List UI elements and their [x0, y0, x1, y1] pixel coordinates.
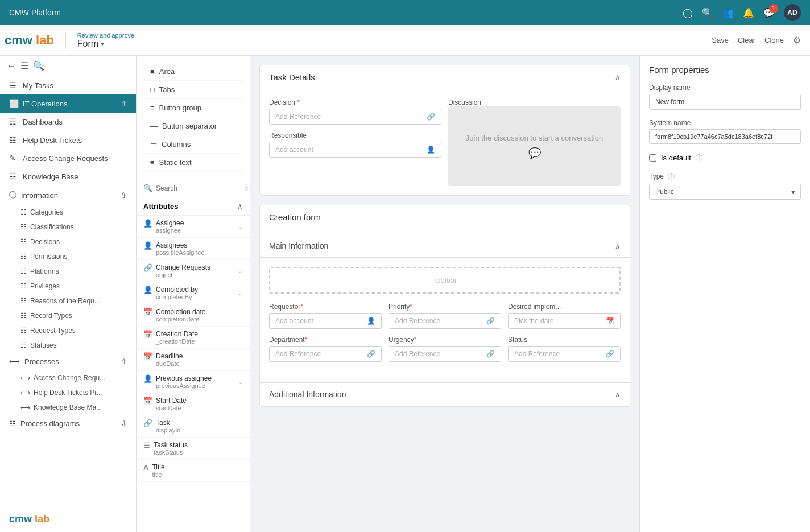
attr-item-title[interactable]: A Title title	[137, 460, 250, 482]
attr-collapse-btn[interactable]: ∧	[237, 202, 243, 211]
sidebar-child-reasons[interactable]: ☷ Reasons of the Requ...	[0, 294, 136, 308]
static-text-icon: ≡	[150, 158, 155, 167]
requestor-input[interactable]: Add account 👤	[269, 313, 382, 329]
status-label: Status	[508, 336, 621, 344]
proc-group-left: ⟷ Processes	[9, 357, 59, 366]
form-properties-panel: Form properties Display name System name…	[639, 56, 810, 532]
attr-item-task[interactable]: 🔗 Task displayId	[137, 415, 250, 438]
attr-item-assignees[interactable]: 👤 Assignees possibleAssignee	[137, 238, 250, 260]
additional-info-collapse-btn[interactable]: ∧	[615, 390, 621, 399]
page-title-area: Form ▾	[77, 39, 134, 49]
requestor-placeholder: Add account	[275, 317, 313, 325]
sidebar-child-classifications[interactable]: ☷ Classifications	[0, 220, 136, 234]
urgency-input[interactable]: Add Reference 🔗	[389, 346, 501, 362]
attr-section-button-group[interactable]: ≡ Button group	[143, 99, 243, 117]
attr-item-change-requests[interactable]: 🔗 Change Requests object ⌄	[137, 260, 250, 282]
system-name-input[interactable]	[649, 129, 801, 144]
attr-search-input[interactable]	[156, 184, 241, 192]
sidebar-group-diagrams[interactable]: ☷ Process diagrams ⇩	[0, 415, 136, 432]
tabs-icon: □	[150, 85, 155, 94]
creation-form-title: Creation form	[269, 212, 321, 222]
is-default-row: Is default ⓘ	[649, 153, 801, 163]
save-button[interactable]: Save	[712, 36, 729, 44]
sidebar-collapse-btn[interactable]: ←	[7, 61, 16, 71]
attr-list: Attributes ∧ 👤 Assignee assignee ⌄ 👤	[137, 197, 250, 532]
attr-item-completion-date[interactable]: 📅 Completion date completionDate	[137, 304, 250, 327]
toolbar-label: Toolbar	[433, 276, 457, 284]
sidebar-child-privileges[interactable]: ☷ Privileges	[0, 279, 136, 294]
attr-item-creation-date[interactable]: 📅 Creation Date _creationDate	[137, 327, 250, 349]
task-details-collapse-btn[interactable]: ∧	[615, 73, 621, 81]
sidebar-search-btn[interactable]: 🔍	[33, 60, 44, 71]
it-ops-chevron: ⇧	[121, 100, 127, 108]
sidebar-item-dashboards[interactable]: ☷ Dashboards	[0, 113, 136, 131]
btn-sep-label: Button separator	[162, 122, 217, 130]
sidebar-child-statuses[interactable]: ☷ Statuses	[0, 338, 136, 353]
sidebar-item-access-change[interactable]: ✎ Access Change Requests	[0, 149, 136, 167]
help-icon[interactable]: ◯	[683, 7, 693, 18]
users-icon[interactable]: 👥	[722, 7, 734, 18]
type-select[interactable]: Public Private Protected	[649, 184, 801, 200]
ts-name: Task status	[154, 441, 188, 449]
sidebar-group-information[interactable]: ⓘ Information ⇧	[0, 185, 136, 205]
department-input[interactable]: Add Reference 🔗	[269, 346, 382, 362]
attr-list-header: Attributes ∧	[137, 197, 250, 216]
attr-section-columns[interactable]: ▭ Columns	[143, 135, 243, 154]
sidebar-item-knowledge-base[interactable]: ☷ Knowledge Base	[0, 167, 136, 185]
sidebar-child-record-types[interactable]: ☷ Record Types	[0, 308, 136, 323]
filter-icon[interactable]: ▿	[245, 184, 249, 192]
decision-input[interactable]: Add Reference 🔗	[269, 109, 441, 125]
search-icon[interactable]: 🔍	[702, 7, 713, 18]
attr-item-assignee[interactable]: 👤 Assignee assignee ⌄	[137, 216, 250, 238]
attr-item-task-status[interactable]: ☰ Task status taskStatus	[137, 438, 250, 460]
app-title: CMW Platform	[9, 8, 61, 17]
sidebar-item-my-tasks[interactable]: ☰ My Tasks	[0, 76, 136, 94]
main-info-collapse-btn[interactable]: ∧	[615, 242, 621, 250]
info-group-left: ⓘ Information	[9, 190, 58, 200]
attr-section-tabs[interactable]: □ Tabs	[143, 81, 243, 99]
sidebar-child-permissions[interactable]: ☷ Permissions	[0, 249, 136, 264]
department-placeholder: Add Reference	[275, 350, 321, 358]
dl-name: Deadline	[156, 352, 183, 360]
sidebar-child-access-change-proc[interactable]: ⟷ Access Change Requ...	[0, 370, 136, 385]
sidebar-child-categories[interactable]: ☷ Categories	[0, 205, 136, 220]
user-avatar[interactable]: AD	[784, 4, 801, 21]
sidebar-item-help-desk[interactable]: ☷ Help Desk Tickets	[0, 131, 136, 149]
clone-button[interactable]: Clone	[764, 36, 784, 44]
sidebar-group-processes[interactable]: ⟷ Processes ⇧	[0, 353, 136, 370]
attr-section-static-text[interactable]: ≡ Static text	[143, 154, 243, 172]
sidebar-child-decisions[interactable]: ☷ Decisions	[0, 234, 136, 249]
cat-icon: ☷	[20, 208, 27, 216]
settings-icon[interactable]: ⚙	[793, 35, 801, 46]
attr-item-start-date[interactable]: 📅 Start Date startDate	[137, 393, 250, 415]
btn-sep-icon: —	[150, 122, 158, 130]
sidebar-child-request-types[interactable]: ☷ Request Types	[0, 323, 136, 338]
sidebar-child-platforms[interactable]: ☷ Platforms	[0, 264, 136, 279]
bell-icon[interactable]: 🔔	[743, 7, 754, 18]
attr-item-prev-assignee[interactable]: 👤 Previous assignee previousAssignee ⌄	[137, 371, 250, 393]
sidebar-child-help-desk-proc[interactable]: ⟷ Help Desk Tickets Pr...	[0, 385, 136, 400]
is-default-checkbox[interactable]	[649, 154, 656, 162]
responsible-input[interactable]: Add account 👤	[269, 142, 441, 158]
sidebar-item-it-operations[interactable]: ⬜ IT Operations ⇧	[0, 94, 136, 113]
comp-date-sub: completionDate	[156, 316, 205, 323]
priority-input[interactable]: Add Reference 🔗	[389, 313, 501, 329]
display-name-input[interactable]	[649, 94, 801, 110]
attr-section-area[interactable]: ■ Area	[143, 63, 243, 81]
attr-section-button-sep[interactable]: — Button separator	[143, 117, 243, 135]
sidebar-child-knowledge-proc[interactable]: ⟷ Knowledge Base Ma...	[0, 400, 136, 415]
btn-group-label: Button group	[159, 104, 201, 112]
sidebar-menu-btn[interactable]: ☰	[20, 60, 28, 71]
cb-name: Completed by	[156, 286, 198, 294]
search-magnifier-icon: 🔍	[143, 184, 152, 192]
chat-icon[interactable]: 💬 1	[763, 7, 775, 18]
attr-item-completed-by[interactable]: 👤 Completed by completedBy ⌄	[137, 282, 250, 304]
page-title: Form	[77, 39, 98, 49]
status-input[interactable]: Add Reference 🔗	[508, 346, 621, 362]
page-title-dropdown[interactable]: ▾	[101, 40, 104, 48]
responsible-placeholder: Add account	[275, 146, 313, 154]
clear-button[interactable]: Clear	[738, 36, 755, 44]
it-ops-icon: ⬜	[9, 99, 18, 108]
desired-impl-input[interactable]: Pick the date 📅	[508, 313, 621, 329]
attr-item-deadline[interactable]: 📅 Deadline dueDate	[137, 349, 250, 371]
